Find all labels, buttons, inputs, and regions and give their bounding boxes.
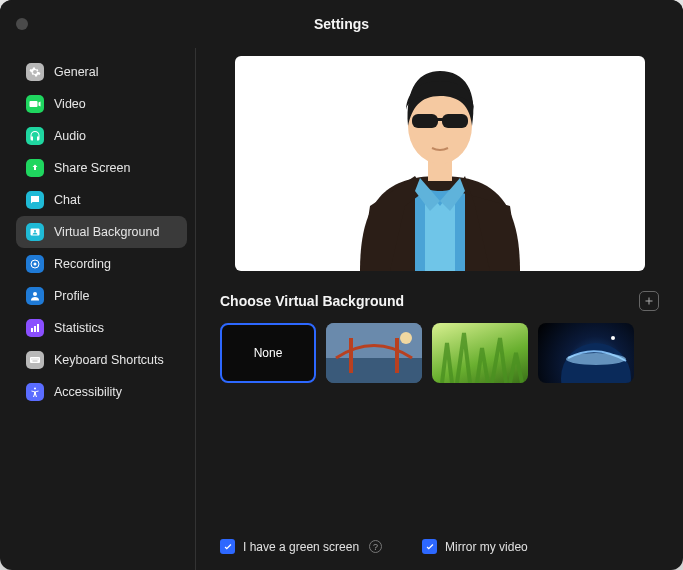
sidebar-item-virtual-background[interactable]: Virtual Background: [16, 216, 187, 248]
svg-rect-5: [31, 328, 33, 332]
checkbox-checked-icon: [422, 539, 437, 554]
earth-thumbnail: [538, 323, 634, 383]
sidebar: General Video Audio Share Screen: [0, 48, 196, 570]
add-background-button[interactable]: [639, 291, 659, 311]
svg-rect-12: [38, 359, 39, 360]
virtual-background-icon: [26, 223, 44, 241]
gear-icon: [26, 63, 44, 81]
background-option-grass[interactable]: [432, 323, 528, 383]
sidebar-item-profile[interactable]: Profile: [16, 280, 187, 312]
help-icon[interactable]: ?: [369, 540, 382, 553]
sidebar-item-label: General: [54, 65, 98, 79]
svg-point-14: [34, 388, 36, 390]
sidebar-item-general[interactable]: General: [16, 56, 187, 88]
svg-point-4: [33, 292, 37, 296]
background-option-label: None: [254, 346, 283, 360]
sidebar-item-recording[interactable]: Recording: [16, 248, 187, 280]
sidebar-item-statistics[interactable]: Statistics: [16, 312, 187, 344]
profile-icon: [26, 287, 44, 305]
sidebar-item-share-screen[interactable]: Share Screen: [16, 152, 187, 184]
sidebar-item-label: Keyboard Shortcuts: [54, 353, 164, 367]
bridge-thumbnail: [326, 323, 422, 383]
section-header: Choose Virtual Background: [220, 291, 659, 311]
background-option-bridge[interactable]: [326, 323, 422, 383]
avatar-illustration: [330, 56, 550, 271]
svg-point-30: [566, 353, 626, 365]
sidebar-item-label: Statistics: [54, 321, 104, 335]
svg-point-31: [611, 336, 615, 340]
window-title: Settings: [314, 16, 369, 32]
svg-rect-25: [326, 358, 422, 383]
options-row: I have a green screen ? Mirror my video: [220, 523, 659, 554]
checkbox-checked-icon: [220, 539, 235, 554]
window-body: General Video Audio Share Screen: [0, 48, 683, 570]
background-thumbnails: None: [220, 323, 659, 383]
recording-icon: [26, 255, 44, 273]
svg-point-3: [34, 263, 37, 266]
sidebar-item-label: Recording: [54, 257, 111, 271]
svg-rect-19: [412, 114, 438, 128]
section-title: Choose Virtual Background: [220, 293, 404, 309]
sidebar-item-label: Audio: [54, 129, 86, 143]
svg-rect-6: [34, 326, 36, 332]
plus-icon: [643, 295, 655, 307]
share-screen-icon: [26, 159, 44, 177]
sidebar-item-video[interactable]: Video: [16, 88, 187, 120]
video-preview: [235, 56, 645, 271]
svg-rect-13: [33, 361, 38, 362]
svg-rect-10: [34, 359, 35, 360]
svg-rect-7: [37, 324, 39, 332]
svg-rect-8: [30, 357, 40, 363]
settings-window: Settings General Video Audio: [0, 0, 683, 570]
accessibility-icon: [26, 383, 44, 401]
sidebar-item-label: Video: [54, 97, 86, 111]
chat-icon: [26, 191, 44, 209]
svg-rect-20: [442, 114, 468, 128]
sidebar-item-label: Share Screen: [54, 161, 130, 175]
keyboard-icon: [26, 351, 44, 369]
sidebar-item-audio[interactable]: Audio: [16, 120, 187, 152]
sidebar-item-label: Accessibility: [54, 385, 122, 399]
svg-point-1: [34, 230, 36, 232]
svg-rect-21: [436, 118, 444, 121]
sidebar-item-accessibility[interactable]: Accessibility: [16, 376, 187, 408]
sidebar-item-label: Profile: [54, 289, 89, 303]
titlebar: Settings: [0, 0, 683, 48]
sidebar-item-keyboard-shortcuts[interactable]: Keyboard Shortcuts: [16, 344, 187, 376]
close-window-button[interactable]: [16, 18, 28, 30]
sidebar-item-label: Chat: [54, 193, 80, 207]
statistics-icon: [26, 319, 44, 337]
video-icon: [26, 95, 44, 113]
svg-point-28: [400, 332, 412, 344]
grass-thumbnail: [432, 323, 528, 383]
mirror-video-label: Mirror my video: [445, 540, 528, 554]
content-panel: Choose Virtual Background None: [196, 48, 683, 570]
svg-rect-9: [32, 359, 33, 360]
sidebar-item-chat[interactable]: Chat: [16, 184, 187, 216]
background-option-none[interactable]: None: [220, 323, 316, 383]
sidebar-item-label: Virtual Background: [54, 225, 159, 239]
mirror-video-checkbox[interactable]: Mirror my video: [422, 539, 528, 554]
green-screen-label: I have a green screen: [243, 540, 359, 554]
green-screen-checkbox[interactable]: I have a green screen ?: [220, 539, 382, 554]
svg-rect-11: [36, 359, 37, 360]
headphones-icon: [26, 127, 44, 145]
background-option-earth[interactable]: [538, 323, 634, 383]
